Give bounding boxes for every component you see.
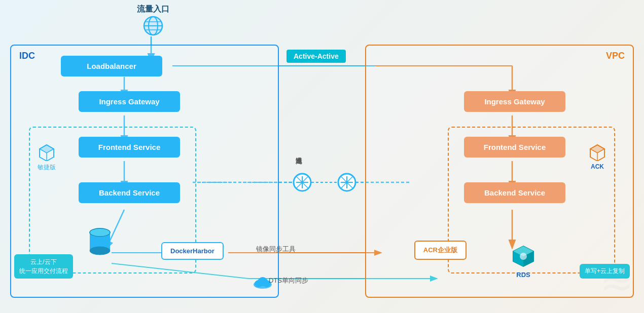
svg-point-52 (90, 228, 110, 237)
ack-cube-icon (588, 143, 606, 161)
idc-label: IDC (19, 51, 35, 61)
backend-service-left-box[interactable]: Backend Service (79, 182, 180, 203)
backend-service-right-box[interactable]: Backend Service (464, 182, 565, 203)
acr-enterprise-label: ACR企业版 (423, 246, 457, 254)
ack-label: ACK (588, 163, 606, 170)
acr-enterprise-box[interactable]: ACR企业版 (414, 241, 467, 260)
ingress-gateway-right-box[interactable]: Ingress Gateway (464, 91, 565, 112)
ingress-gateway-left-box[interactable]: Ingress Gateway (79, 91, 180, 112)
traffic-label: 流量入口 (137, 4, 169, 15)
globe-icon (143, 16, 163, 36)
loadbalancer-label: Loadbalancer (87, 62, 136, 70)
svg-line-25 (341, 177, 352, 188)
frontend-service-left-box[interactable]: Frontend Service (79, 137, 180, 158)
ack-icon-area: ACK (588, 143, 606, 170)
ingress-gateway-left-label: Ingress Gateway (99, 97, 159, 106)
backend-service-right-label: Backend Service (484, 188, 545, 197)
traffic-entry: 流量入口 (137, 4, 169, 36)
frontend-service-right-label: Frontend Service (484, 143, 546, 151)
ingress-gateway-right-label: Ingress Gateway (484, 97, 545, 106)
svg-point-22 (338, 174, 355, 191)
rds-icon (512, 245, 535, 268)
svg-line-26 (341, 177, 352, 188)
active-active-label: Active-Active (294, 52, 339, 60)
cloud-badge: 云上/云下 统一应用交付流程 (14, 254, 73, 279)
frontend-service-left-label: Frontend Service (98, 143, 161, 151)
dts-label: DTS单向同步 (269, 276, 308, 285)
svg-marker-36 (40, 145, 54, 153)
svg-line-21 (297, 177, 308, 188)
docker-harbor-label: DockerHarbor (170, 247, 214, 255)
mirror-sync-label: 镜像同步工具 (256, 245, 296, 254)
svg-point-57 (520, 253, 527, 260)
svg-point-51 (90, 247, 110, 255)
agile-cube-icon (38, 143, 56, 161)
frontend-service-right-box[interactable]: Frontend Service (464, 137, 565, 158)
agile-icon-area: 敏捷版 (38, 143, 56, 172)
rds-label: RDS (512, 271, 535, 279)
svg-point-17 (294, 174, 311, 191)
diagram-container: ≋ (0, 0, 644, 313)
svg-point-34 (144, 17, 162, 35)
svg-marker-41 (590, 145, 604, 153)
vpc-box: VPC ACK (365, 45, 634, 298)
rds-badge: 单写+云上复制 (580, 264, 630, 279)
backend-service-left-label: Backend Service (99, 188, 160, 197)
active-active-badge: Active-Active (287, 50, 346, 63)
database-cylinder (89, 227, 111, 260)
vpc-label: VPC (606, 51, 625, 61)
rds-icon-area: RDS (512, 245, 535, 279)
cloud-badge-line1: 云上/云下 (19, 257, 68, 266)
svg-line-20 (297, 177, 308, 188)
loadbalancer-box[interactable]: Loadbalancer (61, 56, 162, 76)
agile-label: 敏捷版 (38, 163, 56, 172)
cloud-badge-line2: 统一应用交付流程 (19, 266, 68, 276)
docker-harbor-box[interactable]: DockerHarbor (161, 242, 224, 260)
